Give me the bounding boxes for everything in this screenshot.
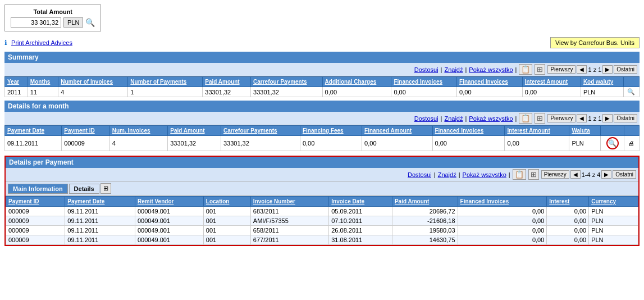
month-first-btn[interactable]: Pierwszy [547,114,576,122]
summary-col-kod-waluty[interactable]: Kod waluty [581,77,623,87]
payment-export-icon[interactable]: 📋 [513,169,526,180]
month-interest-amount: 0,00 [505,136,569,151]
pay-remit-vendor: 000049.001 [135,235,203,245]
pay-col-invoice-number[interactable]: Invoice Number [250,197,328,207]
pay-col-invoice-date[interactable]: Invoice Date [329,197,392,207]
pay-financed-invoices: 0,00 [458,216,547,226]
tab-main-information[interactable]: Main Information [8,184,68,194]
month-pokazwszystko[interactable]: Pokaż wszystko [469,115,513,122]
pay-location: 001 [203,226,250,235]
month-col-paid-amount[interactable]: Paid Amount [168,126,221,136]
pay-payment-id: 000009 [6,216,65,226]
summary-last-btn[interactable]: Ostatni [614,65,637,74]
pay-currency: PLN [589,216,638,226]
summary-col-financed-invoices2[interactable]: Financed Invoices [457,77,523,87]
month-carrefour-payments: 33301,32 [221,136,300,151]
month-prev-btn[interactable]: ◀ [577,114,587,122]
pay-financed-invoices: 0,00 [458,235,547,245]
pay-col-financed-invoices[interactable]: Financed Invoices [458,197,547,207]
payment-pokazwszystko[interactable]: Pokaż wszystko [463,171,506,178]
pay-interest: 0,00 [547,226,589,235]
summary-grid-icon[interactable]: ⊞ [535,64,545,75]
month-col-financed-invoices[interactable]: Financed Invoices [432,126,505,136]
pay-col-interest[interactable]: Interest [547,197,589,207]
month-col-payment-date[interactable]: Payment Date [5,126,62,136]
pay-col-payment-id[interactable]: Payment ID [6,197,65,207]
pay-invoice-date: 07.10.2011 [329,216,392,226]
summary-col-num-invoices[interactable]: Number of Invoices [58,77,128,87]
month-col-actions [601,126,624,136]
payment-last-btn[interactable]: Ostatni [613,170,636,179]
print-archived-advices-link[interactable]: Print Archived Advices [11,39,72,46]
month-print-icon-cell[interactable]: 🖨 [624,136,639,151]
view-carrefour-button[interactable]: View by Carrefour Bus. Units [550,37,640,48]
summary-financed-invoices1: 0,00 [391,87,457,97]
month-search-icon-cell[interactable]: 🔍 [601,136,624,151]
payment-next-btn[interactable]: ▶ [601,170,611,179]
pay-col-location[interactable]: Location [203,197,250,207]
tab-grid-icon[interactable]: ⊞ [101,183,111,194]
summary-col-year[interactable]: Year [5,77,28,87]
payment-prev-btn[interactable]: ◀ [570,170,581,179]
month-grid-icon[interactable]: ⊞ [535,113,545,124]
pay-col-payment-date[interactable]: Payment Date [65,197,135,207]
summary-financed-invoices2: 0,00 [457,87,523,97]
summary-col-months[interactable]: Months [28,77,58,87]
summary-next-btn[interactable]: ▶ [602,65,613,74]
month-col-interest[interactable]: Interest Amount [505,126,569,136]
pay-invoice-number: AMI/F/57355 [250,216,328,226]
total-amount-search-icon[interactable]: 🔍 [85,18,95,27]
summary-col-paid-amount[interactable]: Paid Amount [203,77,251,87]
currency-button[interactable]: PLN [63,17,83,28]
summary-col-financed-invoices1[interactable]: Financed Invoices [391,77,457,87]
summary-year: 2011 [5,87,28,97]
details-payment-table: Payment ID Payment Date Remit Vendor Loc… [6,196,638,245]
payment-first-btn[interactable]: Pierwszy [541,170,569,179]
month-col-financing-fees[interactable]: Financing Fees [300,126,362,136]
summary-col-carrefour-payments[interactable]: Carrefour Payments [251,77,323,87]
summary-search-cell[interactable]: 🔍 [623,87,639,97]
table-row: 000009 09.11.2011 000049.001 001 658/201… [6,226,638,235]
payment-dostosuj[interactable]: Dostosuj [408,171,432,178]
pay-col-remit-vendor[interactable]: Remit Vendor [135,197,203,207]
month-znajdz[interactable]: Znajdź [444,115,463,122]
pay-payment-date: 09.11.2011 [65,235,135,245]
payment-grid-icon[interactable]: ⊞ [528,169,539,180]
table-row: 2011 11 4 1 33301,32 33301,32 0,00 0,00 … [5,87,640,97]
month-pagination: 1 z 1 [588,115,601,122]
pay-col-currency[interactable]: Currency [589,197,638,207]
summary-first-btn[interactable]: Pierwszy [547,65,576,74]
pay-invoice-date: 31.08.2011 [329,235,392,245]
total-amount-input[interactable] [11,17,61,28]
tab-details[interactable]: Details [69,184,99,194]
pay-financed-invoices: 0,00 [458,226,547,235]
month-col-financed-amount[interactable]: Financed Amount [362,126,432,136]
pay-col-paid-amount[interactable]: Paid Amount [392,197,458,207]
month-magnify-icon[interactable]: 🔍 [606,137,619,149]
pay-interest: 0,00 [547,216,589,226]
details-month-table: Payment Date Payment ID Num. Invoices Pa… [4,125,640,151]
summary-col-interest[interactable]: Interest Amount [522,77,581,87]
pay-invoice-date: 05.09.2011 [329,207,392,216]
pay-remit-vendor: 000049.001 [135,216,203,226]
month-col-num-invoices[interactable]: Num. Invoices [109,126,168,136]
pay-interest: 0,00 [547,235,589,245]
month-col-waluta[interactable]: Waluta [569,126,601,136]
month-last-btn[interactable]: Ostatni [614,114,637,122]
summary-dostosuj[interactable]: Dostosuj [414,66,439,73]
summary-prev-btn[interactable]: ◀ [577,65,587,74]
month-col-carrefour-payments[interactable]: Carrefour Payments [221,126,300,136]
month-col-payment-id[interactable]: Payment ID [62,126,110,136]
summary-pokazwszystko[interactable]: Pokaż wszystko [469,66,513,73]
summary-col-num-payments[interactable]: Number of Payments [128,77,203,87]
details-month-toolbar: Dostosuj | Znajdź | Pokaż wszystko | 📋 ⊞… [4,112,640,125]
summary-export-icon[interactable]: 📋 [519,64,532,75]
summary-kod-waluty: PLN [581,87,623,97]
payment-znajdz[interactable]: Znajdź [438,171,456,178]
month-export-icon[interactable]: 📋 [519,113,532,124]
summary-znajdz[interactable]: Znajdź [444,66,463,73]
pay-financed-invoices: 0,00 [458,207,547,216]
month-next-btn[interactable]: ▶ [602,114,613,122]
summary-col-additional-charges[interactable]: Additional Charges [322,77,391,87]
month-dostosuj[interactable]: Dostosuj [414,115,439,122]
